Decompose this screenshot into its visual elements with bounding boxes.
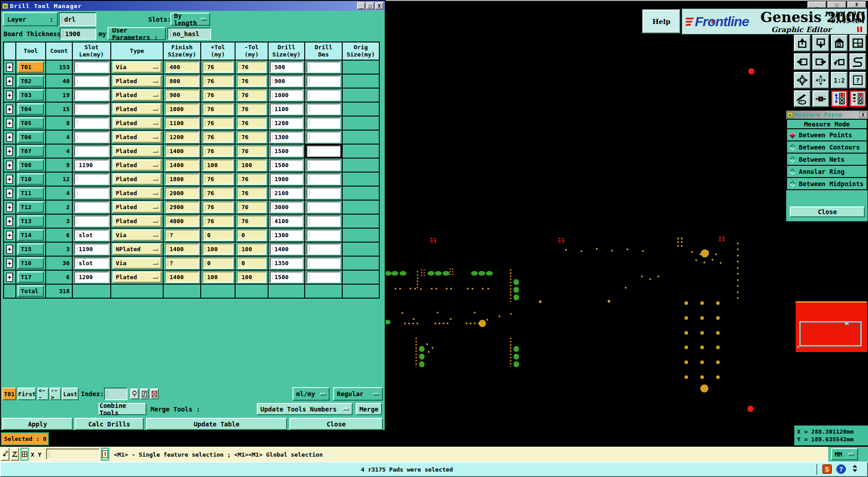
type-dropdown[interactable]: Plated xyxy=(113,271,161,283)
tool-button[interactable]: T03 xyxy=(18,89,44,101)
dialog-titlebar[interactable]: Drill Tool Manager _ □ X xyxy=(1,1,385,11)
minus-tol-input[interactable]: 76 xyxy=(237,117,266,129)
first-button[interactable]: First xyxy=(18,388,36,400)
calc-drills-button[interactable]: Calc Drills xyxy=(75,418,144,430)
slot-len-input[interactable] xyxy=(74,173,109,185)
s-tray-icon[interactable]: S xyxy=(822,464,832,474)
drill-size-input[interactable]: 3000 xyxy=(270,201,303,213)
plus-tol-input[interactable]: 100 xyxy=(203,243,233,255)
tool-button[interactable]: T12 xyxy=(18,201,44,213)
row-handle-icon[interactable] xyxy=(6,272,14,282)
view-zoom-out-icon[interactable] xyxy=(812,35,829,51)
minus-tol-input[interactable]: 76 xyxy=(237,89,266,101)
plus-tol-input[interactable]: 0 xyxy=(203,257,233,269)
finish-size-input[interactable]: 1400 xyxy=(165,243,199,255)
type-dropdown[interactable]: NPlated xyxy=(113,243,161,255)
finish-size-input[interactable]: 2000 xyxy=(165,187,199,199)
row-handle-icon[interactable] xyxy=(6,90,14,100)
close-button[interactable]: Close xyxy=(289,418,383,430)
drill-size-input[interactable]: 4100 xyxy=(270,215,303,227)
finish-size-input[interactable]: 1200 xyxy=(165,131,199,143)
finish-size-input[interactable]: 1400 xyxy=(165,271,199,283)
drill-des-input[interactable] xyxy=(307,243,340,255)
xy-input[interactable] xyxy=(46,449,99,460)
drill-des-input[interactable] xyxy=(307,229,340,241)
tool-button[interactable]: T14 xyxy=(18,229,44,241)
finish-size-input[interactable]: 1400 xyxy=(165,159,199,171)
minus-tol-input[interactable]: 76 xyxy=(237,61,266,73)
drill-des-input[interactable] xyxy=(307,215,340,227)
next-button[interactable]: --> xyxy=(50,388,61,400)
slot-len-input[interactable] xyxy=(74,131,109,143)
highlight-bulb-icon[interactable] xyxy=(130,388,139,399)
row-handle-icon[interactable] xyxy=(6,216,14,226)
origin-snap-icon[interactable] xyxy=(812,90,829,107)
finish-size-input[interactable]: 1000 xyxy=(165,103,199,115)
minus-tol-input[interactable]: 100 xyxy=(237,271,266,283)
tool-button[interactable]: T17 xyxy=(18,271,44,283)
type-dropdown[interactable]: Plated xyxy=(113,201,161,213)
row-handle-icon[interactable] xyxy=(6,118,14,128)
row-handle-icon[interactable] xyxy=(6,146,14,156)
plus-tol-input[interactable]: 76 xyxy=(203,201,233,213)
slot-len-input[interactable] xyxy=(74,145,109,157)
question-tray-icon[interactable]: ? xyxy=(836,464,846,474)
drill-des-input[interactable] xyxy=(307,187,340,199)
type-dropdown[interactable]: Via xyxy=(113,229,161,241)
pan-left-icon[interactable] xyxy=(794,53,811,70)
minus-tol-input[interactable]: 76 xyxy=(237,103,266,115)
tool-button[interactable]: T13 xyxy=(18,215,44,227)
minus-tol-input[interactable]: 76 xyxy=(237,187,266,199)
row-handle-icon[interactable] xyxy=(6,104,14,114)
prev-button[interactable]: <-- xyxy=(38,388,49,400)
slots-dropdown[interactable]: By length xyxy=(170,13,210,26)
tool-button[interactable]: T01 xyxy=(18,61,44,73)
slot-len-input[interactable]: slot xyxy=(74,229,109,241)
minus-tol-input[interactable]: 76 xyxy=(237,75,266,87)
dialog-close-button[interactable]: X xyxy=(375,2,383,9)
mode-dropdown[interactable]: Regular xyxy=(333,387,383,401)
type-dropdown[interactable]: Plated xyxy=(113,173,161,185)
measure-popup-titlebar[interactable]: Measure Popup X xyxy=(786,111,868,119)
type-dropdown[interactable]: Via xyxy=(113,257,161,269)
plus-tol-input[interactable]: 76 xyxy=(203,173,233,185)
drill-des-input[interactable] xyxy=(307,159,340,171)
serpentine-route-icon[interactable] xyxy=(849,53,866,70)
tool-button[interactable]: T15 xyxy=(18,243,44,255)
drill-size-input[interactable]: 1500 xyxy=(270,159,303,171)
previous-view-icon[interactable] xyxy=(831,53,848,70)
slot-len-input[interactable] xyxy=(74,215,109,227)
tool-button[interactable]: T11 xyxy=(18,187,44,199)
drill-size-input[interactable]: 1100 xyxy=(270,103,303,115)
type-dropdown[interactable]: Plated xyxy=(113,215,161,227)
slot-len-input[interactable] xyxy=(74,89,109,101)
drill-size-input[interactable]: 1200 xyxy=(270,117,303,129)
row-handle-icon[interactable] xyxy=(6,160,14,170)
tool-button[interactable]: T10 xyxy=(18,173,44,185)
tool-button[interactable]: T06 xyxy=(18,131,44,143)
tool-button[interactable]: T16 xyxy=(18,257,44,269)
slot-len-input[interactable]: 1190 xyxy=(74,243,109,255)
delete-table-icon[interactable] xyxy=(150,388,159,399)
row-handle-icon[interactable] xyxy=(6,174,14,184)
drill-size-input[interactable]: 2100 xyxy=(270,187,303,199)
measure-option[interactable]: Between Nets xyxy=(786,154,868,166)
row-handle-icon[interactable] xyxy=(6,76,14,86)
drill-des-input[interactable] xyxy=(307,103,340,115)
finish-size-input[interactable]: 2900 xyxy=(165,201,199,213)
drill-des-input[interactable] xyxy=(307,75,340,87)
fit-view-icon[interactable] xyxy=(794,72,811,89)
minus-tol-input[interactable]: 100 xyxy=(237,159,266,171)
row-handle-icon[interactable] xyxy=(6,230,14,240)
tool-button[interactable]: T02 xyxy=(18,75,44,87)
drill-size-input[interactable]: 1900 xyxy=(270,173,303,185)
row-handle-icon[interactable] xyxy=(6,202,14,212)
board-thickness-input[interactable]: 1900 xyxy=(60,28,96,40)
finish-size-input[interactable]: 800 xyxy=(165,75,199,87)
finish-size-input[interactable]: 4000 xyxy=(165,215,199,227)
merge-mode-dropdown[interactable]: Update Tools Numbers xyxy=(257,403,353,415)
drill-des-input[interactable] xyxy=(307,257,340,269)
help-button[interactable]: Help xyxy=(642,9,680,33)
drill-size-input[interactable]: 1300 xyxy=(270,229,303,241)
last-button[interactable]: Last xyxy=(62,388,79,400)
